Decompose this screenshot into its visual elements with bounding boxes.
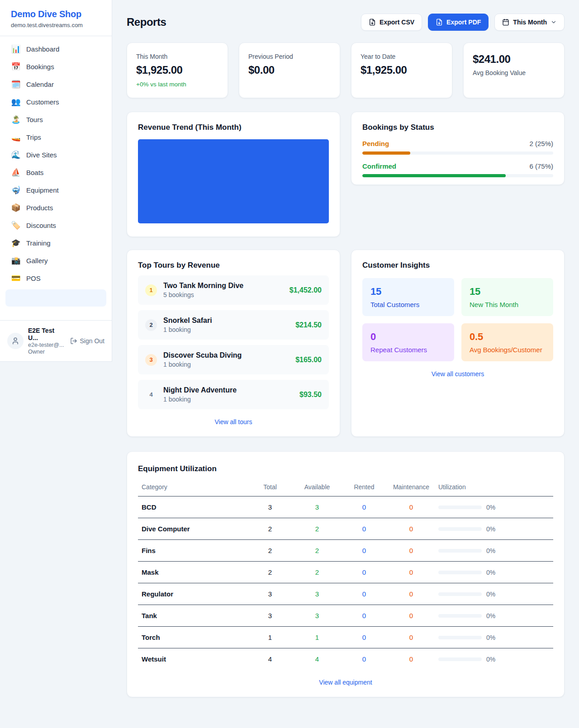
sidebar-item-boats[interactable]: ⛵Boats (5, 164, 106, 181)
file-download-icon (436, 19, 443, 26)
cell-total: 3 (247, 605, 294, 627)
utilization-value: 0% (486, 656, 495, 663)
tile-value: 15 (370, 286, 446, 298)
tile-label: Total Customers (370, 301, 446, 308)
export-csv-label: Export CSV (380, 19, 414, 26)
stat-label: Year to Date (361, 53, 443, 60)
cell-rented: 0 (341, 562, 388, 583)
sidebar-item-label: POS (26, 274, 41, 282)
cell-maintenance: 0 (388, 605, 435, 627)
cell-total: 1 (247, 627, 294, 648)
stat-label: This Month (136, 53, 218, 60)
sidebar: Demo Dive Shop demo.test.divestreams.com… (0, 0, 112, 362)
calendar-date-icon: 📅 (11, 63, 21, 71)
view-all-tours-link[interactable]: View all tours (138, 418, 329, 425)
cell-maintenance: 0 (388, 583, 435, 605)
sidebar-item-dive-sites[interactable]: 🌊Dive Sites (5, 147, 106, 163)
period-label: This Month (513, 19, 547, 26)
sidebar-item-training[interactable]: 🎓Training (5, 235, 106, 251)
people-icon: 👥 (11, 98, 21, 106)
speedboat-icon: 🚤 (11, 133, 21, 141)
export-csv-button[interactable]: Export CSV (361, 14, 422, 31)
sidebar-item-equipment[interactable]: 🤿Equipment (5, 182, 106, 199)
header-actions: Export CSV Export PDF This Month (361, 14, 565, 31)
rank-badge: 1 (145, 284, 157, 296)
tile-avg-bookings-customer: 0.5 Avg Bookings/Customer (461, 323, 553, 361)
sidebar-item-pos[interactable]: 💳POS (5, 270, 106, 287)
period-select-button[interactable]: This Month (494, 14, 565, 31)
rank-badge: 2 (145, 319, 157, 331)
view-all-equipment-link[interactable]: View all equipment (138, 679, 553, 686)
status-label: Pending (362, 140, 389, 147)
tag-icon: 🏷️ (11, 222, 21, 229)
file-download-icon (369, 19, 376, 26)
package-icon: 📦 (11, 204, 21, 212)
tour-row: 2 Snorkel Safari1 booking $214.50 (138, 310, 329, 340)
tour-bookings: 1 booking (163, 326, 289, 333)
utilization-value: 0% (486, 591, 495, 598)
tour-name: Night Dive Adventure (163, 386, 293, 394)
utilization-bar (438, 614, 482, 618)
table-row: BCD 3 3 0 0 0% (138, 496, 553, 518)
user-icon (11, 337, 19, 345)
sidebar-item-trips[interactable]: 🚤Trips (5, 129, 106, 146)
sidebar-item-calendar[interactable]: 🗓️Calendar (5, 76, 106, 93)
sidebar-item-dashboard[interactable]: 📊Dashboard (5, 41, 106, 57)
sidebar-item-active-partial[interactable] (5, 289, 106, 307)
stat-card-year-to-date: Year to Date $1,925.00 (351, 43, 452, 98)
shop-header: Demo Dive Shop demo.test.divestreams.com (0, 0, 112, 36)
cell-rented: 0 (341, 605, 388, 627)
bookings-by-status-card: Bookings by Status Pending 2 (25%) Confi… (351, 112, 565, 185)
tile-total-customers: 15 Total Customers (362, 278, 454, 316)
table-row: Fins 2 2 0 0 0% (138, 540, 553, 562)
sidebar-item-label: Dive Sites (26, 151, 57, 159)
tour-name: Snorkel Safari (163, 317, 289, 325)
island-icon: 🏝️ (11, 116, 21, 123)
stat-value: $241.00 (473, 53, 555, 66)
sidebar-item-discounts[interactable]: 🏷️Discounts (5, 217, 106, 234)
page-header: Reports Export CSV Export PDF This Month (127, 14, 565, 31)
sign-out-button[interactable]: Sign Out (70, 337, 104, 345)
utilization-bar (438, 657, 482, 661)
table-row: Mask 2 2 0 0 0% (138, 562, 553, 583)
card-title: Customer Insights (362, 261, 553, 270)
tour-revenue: $1,452.00 (290, 286, 322, 294)
page-title: Reports (127, 16, 166, 28)
utilization-value: 0% (486, 525, 495, 533)
utilization-bar (438, 571, 482, 574)
sidebar-item-products[interactable]: 📦Products (5, 199, 106, 216)
graduation-cap-icon: 🎓 (11, 239, 21, 247)
tour-revenue: $165.00 (295, 356, 322, 364)
tour-revenue: $214.50 (295, 321, 322, 329)
sidebar-item-label: Gallery (26, 257, 48, 265)
status-row-confirmed: Confirmed 6 (75%) (362, 162, 553, 177)
tour-bookings: 5 bookings (163, 291, 283, 298)
cell-available: 2 (294, 562, 341, 583)
sidebar-item-label: Tours (26, 116, 43, 123)
export-pdf-button[interactable]: Export PDF (428, 14, 489, 31)
progress-fill (362, 151, 410, 155)
view-all-customers-link[interactable]: View all customers (362, 370, 553, 378)
spiral-calendar-icon: 🗓️ (11, 80, 21, 88)
sidebar-item-bookings[interactable]: 📅Bookings (5, 58, 106, 75)
utilization-value: 0% (486, 504, 495, 511)
utilization-value: 0% (486, 634, 495, 641)
bar-chart-icon: 📊 (11, 45, 21, 53)
equipment-utilization-card: Equipment Utilization Category Total Ava… (127, 451, 565, 697)
sign-out-icon (70, 337, 77, 345)
tile-value: 0 (370, 331, 446, 343)
revenue-trend-card: Revenue Trend (This Month) (127, 112, 340, 237)
table-header-row: Category Total Available Rented Maintena… (138, 480, 553, 496)
credit-card-icon: 💳 (11, 274, 21, 282)
column-header-utilization: Utilization (435, 480, 553, 496)
equipment-table: Category Total Available Rented Maintena… (138, 480, 553, 670)
tile-label: Avg Bookings/Customer (470, 346, 545, 354)
utilization-bar (438, 592, 482, 596)
sidebar-item-customers[interactable]: 👥Customers (5, 94, 106, 110)
wave-icon: 🌊 (11, 151, 21, 159)
utilization-value: 0% (486, 612, 495, 619)
sidebar-item-tours[interactable]: 🏝️Tours (5, 111, 106, 128)
stat-value: $0.00 (248, 64, 331, 76)
revenue-trend-bar (138, 139, 329, 223)
sidebar-item-gallery[interactable]: 📸Gallery (5, 252, 106, 269)
